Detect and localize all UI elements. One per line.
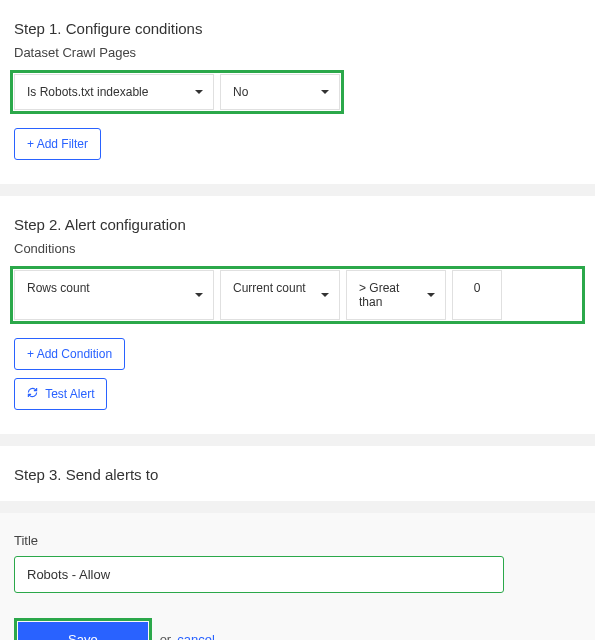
condition-threshold-value: 0 — [474, 281, 481, 295]
section-divider — [0, 501, 595, 513]
conditions-label: Conditions — [0, 241, 595, 266]
filter-row: Is Robots.txt indexable No — [14, 74, 340, 110]
filter-value-select[interactable]: No — [220, 74, 340, 110]
add-condition-button[interactable]: + Add Condition — [14, 338, 125, 370]
cancel-link[interactable]: cancel — [177, 632, 215, 640]
step1-header: Step 1. Configure conditions — [0, 0, 595, 45]
chevron-down-icon — [321, 90, 329, 94]
save-highlight: Save — [14, 618, 152, 640]
or-text: or — [160, 632, 172, 640]
save-label: Save — [68, 632, 98, 640]
condition-metric-select[interactable]: Rows count — [14, 270, 214, 320]
chevron-down-icon — [321, 293, 329, 297]
dataset-label: Dataset Crawl Pages — [0, 45, 595, 70]
filter-value-text: No — [233, 85, 248, 99]
section-divider — [0, 184, 595, 196]
step1-filter-highlight: Is Robots.txt indexable No — [10, 70, 344, 114]
condition-row: Rows count Current count > Great than 0 — [14, 270, 502, 320]
chevron-down-icon — [195, 90, 203, 94]
chevron-down-icon — [195, 293, 203, 297]
condition-operator-select[interactable]: > Great than — [346, 270, 446, 320]
step3-header: Step 3. Send alerts to — [0, 446, 595, 491]
title-input[interactable] — [14, 556, 504, 593]
condition-threshold-input[interactable]: 0 — [452, 270, 502, 320]
refresh-icon — [27, 387, 38, 401]
condition-scope-value: Current count — [233, 281, 306, 295]
condition-metric-value: Rows count — [27, 281, 90, 295]
filter-field-select[interactable]: Is Robots.txt indexable — [14, 74, 214, 110]
add-condition-label: + Add Condition — [27, 347, 112, 361]
condition-scope-select[interactable]: Current count — [220, 270, 340, 320]
chevron-down-icon — [427, 293, 435, 297]
step3-body: Title Save or cancel — [0, 513, 595, 640]
add-filter-label: + Add Filter — [27, 137, 88, 151]
test-alert-label: Test Alert — [45, 387, 94, 401]
test-alert-button[interactable]: Test Alert — [14, 378, 107, 410]
section-divider — [0, 434, 595, 446]
step2-header: Step 2. Alert configuration — [0, 196, 595, 241]
filter-field-value: Is Robots.txt indexable — [27, 85, 148, 99]
condition-operator-value: > Great than — [359, 281, 399, 309]
save-button[interactable]: Save — [18, 622, 148, 640]
title-label: Title — [14, 533, 581, 548]
step2-condition-highlight: Rows count Current count > Great than 0 — [10, 266, 585, 324]
save-row: Save or cancel — [14, 618, 581, 640]
add-filter-button[interactable]: + Add Filter — [14, 128, 101, 160]
